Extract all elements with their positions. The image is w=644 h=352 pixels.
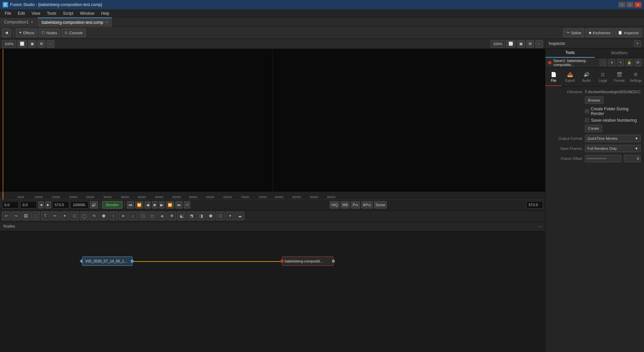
browse-button[interactable]: Browse xyxy=(585,97,603,104)
viewer-fit-btn[interactable]: ⬜ xyxy=(17,40,27,48)
go-end-btn[interactable]: ⏭ xyxy=(175,201,182,209)
total-frames-display[interactable]: 573.0 xyxy=(52,201,69,209)
viewer-right-channel-btn[interactable]: ▣ xyxy=(517,40,525,48)
close-button[interactable]: ✕ xyxy=(635,2,641,7)
keyframes-button[interactable]: ◆ Keyframes xyxy=(586,28,613,37)
mb-btn[interactable]: MB xyxy=(341,201,350,209)
stop-btn[interactable]: ■ xyxy=(152,201,158,209)
insp-subtab-legal[interactable]: ⚖ Legal xyxy=(595,68,611,86)
poly-btn[interactable]: ✦ xyxy=(60,212,69,220)
frame-offset-slider[interactable] xyxy=(585,155,621,162)
go-start-btn[interactable]: ⏮ xyxy=(127,201,134,209)
console-button[interactable]: ⚠ Console xyxy=(61,28,86,37)
nodes-more-button[interactable]: ··· xyxy=(538,224,542,229)
menu-edit[interactable]: Edit xyxy=(14,9,28,17)
render-button[interactable]: Render xyxy=(102,201,122,209)
viewer-right-grid-btn[interactable]: ⊞ xyxy=(526,40,534,48)
viewer-right-more-btn[interactable]: ··· xyxy=(535,40,543,48)
hiq-btn[interactable]: HiQ xyxy=(330,201,339,209)
next-keyframe-btn[interactable]: ▶ xyxy=(45,201,51,209)
effects-button[interactable]: ✦ Effects xyxy=(16,28,37,37)
save-frames-dropdown[interactable]: Full Renders Only ▼ xyxy=(585,145,641,152)
insp-subtab-format[interactable]: 🎬 Format xyxy=(611,68,628,86)
ellipse-btn[interactable]: ◯ xyxy=(80,212,89,220)
insp-subtab-export[interactable]: 📤 Export xyxy=(562,68,578,86)
nodes-button[interactable]: ⬡ Nodes xyxy=(39,28,60,37)
loader-node[interactable]: VID_2020_07_14_05_1... xyxy=(82,256,132,266)
prev-keyframe-btn[interactable]: ◀ xyxy=(38,201,44,209)
text-btn[interactable]: T xyxy=(41,212,50,220)
prx-btn[interactable]: Prx xyxy=(351,201,360,209)
menu-file[interactable]: File xyxy=(1,9,14,17)
output-format-dropdown[interactable]: QuickTime Movies ▼ xyxy=(585,135,641,142)
aprx-btn[interactable]: APrx xyxy=(361,201,373,209)
insp-subtab-settings[interactable]: ⚙ Settings xyxy=(628,68,644,86)
step-back-btn[interactable]: ⏪ xyxy=(135,201,143,209)
menu-view[interactable]: View xyxy=(28,9,44,17)
node-pass-btn[interactable]: ⭙ xyxy=(635,59,641,66)
maximize-button[interactable]: □ xyxy=(627,2,633,7)
nodes-canvas[interactable]: VID_2020_07_14_05_1... babelsberg-compos… xyxy=(0,231,545,352)
menu-help[interactable]: Help xyxy=(98,9,113,17)
saver-relative-checkbox[interactable] xyxy=(585,118,589,122)
loop-btn[interactable]: ↺ xyxy=(184,201,190,209)
viewer-options-btn[interactable]: ··· xyxy=(47,40,54,48)
tab-composition1[interactable]: Composition1 ✕ xyxy=(0,17,38,27)
frame-offset-value[interactable]: 0 xyxy=(624,155,641,162)
saver-node[interactable]: babelsberg-compositi... xyxy=(282,256,334,266)
blur-btn[interactable]: ❖ xyxy=(167,212,176,220)
menu-script[interactable]: Script xyxy=(60,9,77,17)
copy-btn[interactable]: ⬚ xyxy=(31,212,40,220)
start-frame-display[interactable]: 0.0 xyxy=(2,201,19,209)
rotate-btn[interactable]: ⟲ xyxy=(90,212,98,220)
transform-btn[interactable]: ⬟ xyxy=(99,212,108,220)
current-frame-display[interactable]: 573.0 xyxy=(526,201,543,209)
inspector-modifiers-tab[interactable]: Modifiers xyxy=(595,48,644,58)
planar-btn[interactable]: ➤ xyxy=(119,212,127,220)
step-fwd-btn[interactable]: ⏩ xyxy=(166,201,174,209)
close-tab-babelsberg[interactable]: ✕ xyxy=(105,20,108,24)
reshape-btn[interactable]: ⬟ xyxy=(206,212,215,220)
tab-babelsberg[interactable]: babelsberg-composition-test.comp ✕ xyxy=(38,17,112,27)
paint-btn[interactable]: ✏ xyxy=(51,212,59,220)
tracker-btn[interactable]: ↕ xyxy=(109,212,118,220)
play-fwd-btn[interactable]: ▶ xyxy=(159,201,165,209)
audio-btn[interactable]: 🔊 xyxy=(90,201,98,209)
collapse-sidebar-button[interactable]: ◀ xyxy=(2,28,11,37)
insp-subtab-audio[interactable]: 🔊 Audio xyxy=(578,68,595,86)
node-type-btn[interactable]: ⬚ xyxy=(600,59,606,66)
viewer-grid-btn[interactable]: ⊞ xyxy=(38,40,45,48)
color-btn[interactable]: ◈ xyxy=(158,212,166,220)
node-edit-btn[interactable]: ✎ xyxy=(617,59,624,66)
grid-btn[interactable]: ⌂ xyxy=(128,212,137,220)
close-tab-composition1[interactable]: ✕ xyxy=(31,20,33,24)
clone-btn[interactable]: ◨ xyxy=(197,212,205,220)
particle-btn[interactable]: ✦ xyxy=(226,212,234,220)
inspector-tools-tab[interactable]: Tools xyxy=(545,48,595,58)
redo-btn[interactable]: ↪ xyxy=(12,212,20,220)
some-btn[interactable]: Some xyxy=(374,201,387,209)
rect-btn[interactable]: ⬛ xyxy=(138,212,147,220)
insp-subtab-file[interactable]: 📄 File xyxy=(545,68,562,86)
inspector-button[interactable]: 📋 Inspector xyxy=(615,28,642,37)
create-folder-checkbox[interactable]: ✓ xyxy=(585,109,589,113)
fill-btn[interactable]: ⬕ xyxy=(177,212,186,220)
end-frame-display[interactable]: 0.0 xyxy=(20,201,37,209)
menu-tools[interactable]: Tools xyxy=(44,9,60,17)
spline-button[interactable]: 〜 Spline xyxy=(563,28,585,37)
node-lock-btn[interactable]: 🔒 xyxy=(626,59,633,66)
node-expand-btn[interactable]: ⬇ xyxy=(608,59,615,66)
menu-window[interactable]: Window xyxy=(77,9,98,17)
viewer-channel-btn[interactable]: ▣ xyxy=(28,40,36,48)
cloud-btn[interactable]: ☁ xyxy=(235,212,244,220)
play-back-btn[interactable]: ◀ xyxy=(145,201,151,209)
import-btn[interactable]: 🖼 xyxy=(21,212,30,220)
viewer-right-fit-btn[interactable]: ⬜ xyxy=(506,40,516,48)
select-btn[interactable]: ⬡ xyxy=(70,212,79,220)
end-total-display[interactable]: 100000. xyxy=(70,201,89,209)
warp-btn[interactable]: ⬠ xyxy=(216,212,225,220)
crop-btn[interactable]: ◻ xyxy=(148,212,157,220)
create-button[interactable]: Create xyxy=(585,125,602,132)
minimize-button[interactable]: ─ xyxy=(619,2,625,7)
stamp-btn[interactable]: ⬔ xyxy=(187,212,196,220)
